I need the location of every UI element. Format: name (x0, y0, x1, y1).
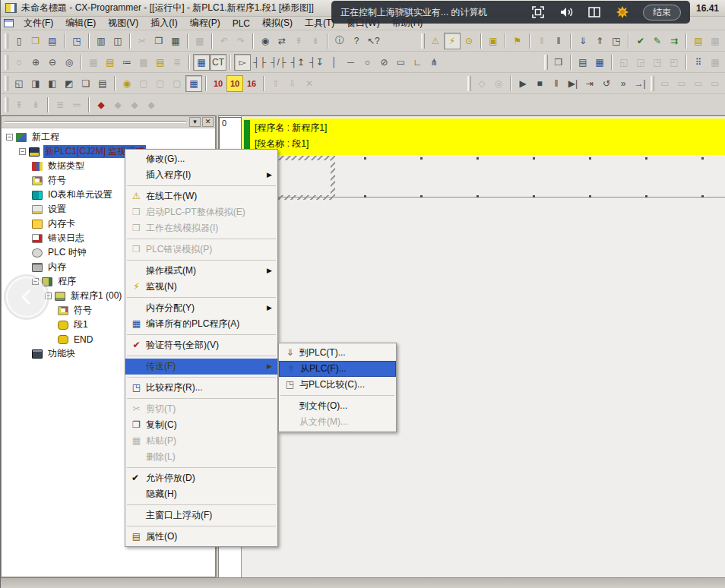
sim-step-in-button[interactable]: ⇥ (581, 75, 598, 92)
zoom-out-button[interactable]: ⊖ (44, 54, 61, 71)
fullscreen-icon[interactable] (530, 5, 546, 20)
menu-item-start-plc-pt-simulation[interactable]: 启动PLC-PT整体模拟(E)❒ (125, 204, 277, 220)
sim-step-out-button[interactable]: » (615, 75, 632, 92)
new-closed-contact-button[interactable]: ┤/├ (268, 54, 288, 71)
compare-programs-button[interactable]: ◳ (68, 33, 85, 49)
find-in-project-button[interactable]: ◉ (119, 75, 135, 92)
sidebar-back-overlay[interactable] (6, 277, 47, 318)
help-button[interactable]: ? (348, 33, 365, 49)
menu-item-cut[interactable]: 剪切(T)✂ (125, 401, 277, 417)
force-off-button[interactable]: ⇩ (284, 75, 301, 92)
compile-all-button[interactable]: ▦ (591, 54, 608, 71)
invert-button[interactable]: ∟ (409, 54, 426, 71)
menu-item-plc-error-simulation[interactable]: PLC错误模拟(P)❒ (125, 242, 277, 258)
redo-button[interactable]: ↷ (233, 33, 249, 49)
print-preview-button[interactable]: ◫ (109, 33, 126, 49)
sunflower-logo-icon[interactable] (615, 5, 630, 20)
diff-view-button[interactable]: ▩ (135, 54, 152, 71)
menu-item-allow-docking[interactable]: 允许停放(D)✔ (125, 470, 277, 486)
work-online-button[interactable]: ⚠ (427, 33, 444, 49)
select-tool-button[interactable]: ▻ (234, 54, 251, 71)
toolbar-grip[interactable] (5, 55, 8, 70)
menu-item-to-plc[interactable]: 到PLC(T)...⇓ (279, 345, 396, 361)
toolbar-grip[interactable] (5, 97, 8, 112)
menu-item-to-file[interactable]: 到文件(O)... (279, 398, 396, 414)
menu-item-work-online[interactable]: 在线工作(W)⚠ (125, 188, 277, 204)
toolbar-grip[interactable] (651, 76, 654, 91)
force-status-button[interactable]: ⚑ (509, 33, 526, 49)
clock-pulse-view-button[interactable]: CT (210, 54, 226, 71)
online-edit-button[interactable]: ✎ (649, 33, 666, 49)
tree-expander-icon[interactable]: − (6, 134, 13, 141)
menu-item-float-on-main-window[interactable]: 主窗口上浮动(F) (125, 507, 277, 523)
sim-run-button[interactable]: ▶ (514, 75, 531, 92)
align-comments-button[interactable]: ≣ (52, 96, 68, 113)
tree-item-label[interactable]: END (72, 334, 94, 345)
trace-tool-3-button[interactable]: ▢ (169, 75, 185, 92)
open-file-button[interactable]: ❒ (27, 33, 44, 49)
tree-expander-icon[interactable]: − (19, 148, 26, 155)
end-session-button[interactable]: 结束 (643, 5, 681, 21)
trace-tool-2-button[interactable]: ▢ (152, 75, 169, 92)
tree-item-label[interactable]: 设置 (46, 203, 68, 216)
tree-item-label[interactable]: 数据类型 (46, 160, 86, 172)
pause-small-button[interactable]: ‖ (533, 33, 550, 49)
find-button[interactable]: ◉ (257, 33, 274, 49)
sim-pause-button[interactable]: ‖ (548, 75, 565, 92)
branch-button[interactable]: ⋔ (426, 54, 442, 71)
menu-plc[interactable]: PLC (227, 17, 255, 30)
menu-item-delete[interactable]: 删除(L) (125, 449, 277, 465)
about-button[interactable]: ⓘ (331, 33, 348, 49)
toolbar-grip[interactable] (467, 76, 471, 91)
diff-mark-1-button[interactable]: ◆ (93, 96, 109, 113)
menu-item-paste[interactable]: 粘贴(P)▦ (125, 433, 277, 449)
sim-stop-button[interactable]: ■ (531, 75, 548, 92)
address-reference-button[interactable]: ▤ (152, 54, 169, 71)
paste-button[interactable]: ▦ (167, 33, 184, 49)
workspace-drag-handle[interactable] (5, 121, 186, 123)
menu-item-monitor[interactable]: 监视(N)⚡ (125, 279, 277, 295)
io-table-button[interactable]: ▤ (690, 33, 707, 49)
menu-item-copy[interactable]: 复制(C)❐ (125, 417, 277, 433)
new-contact-button[interactable]: ┤├ (251, 54, 268, 71)
diff-mark-3-button[interactable]: ◆ (126, 96, 143, 113)
send-online-edit-button[interactable]: ⇉ (666, 33, 682, 49)
menu-item-transfer[interactable]: 传送(F)▶ (125, 359, 277, 375)
sim-step-run-button[interactable]: ▶| (565, 75, 581, 92)
show-grid-button[interactable]: ▦ (85, 54, 102, 71)
program-check-button[interactable]: ✔ (632, 33, 649, 49)
menu-item-modify[interactable]: 修改(G)... (125, 151, 277, 167)
speaker-icon[interactable] (559, 5, 574, 20)
menu-item-compare-with-plc[interactable]: 与PLC比较(C)...◳ (279, 377, 396, 393)
copy-button[interactable]: ❐ (150, 33, 167, 49)
tree-item-label[interactable]: 段1 (72, 318, 90, 331)
sim-step-over-button[interactable]: ↺ (598, 75, 615, 92)
watch-pane-1-button[interactable]: ▭ (657, 75, 673, 92)
tree-item-label[interactable]: 符号 (72, 304, 93, 317)
watch-pane-4-button[interactable]: ▭ (707, 75, 723, 92)
watch-pane-3-button[interactable]: ▭ (690, 75, 707, 92)
tree-item-label[interactable]: IO表和单元设置 (46, 188, 114, 201)
rung-down-button[interactable]: ⇟ (27, 96, 44, 113)
find-next-button[interactable]: ⇟ (307, 33, 324, 49)
watch-list-button[interactable]: ≔ (119, 54, 135, 71)
tree-item-label[interactable]: 内存 (46, 261, 68, 273)
show-rung-comments-button[interactable]: ◧ (44, 75, 61, 92)
context-help-button[interactable]: ↖? (365, 33, 382, 49)
toolbar-grip[interactable] (5, 76, 8, 91)
new-file-button[interactable]: ▯ (11, 33, 27, 49)
trace-tool-1-button[interactable]: ▢ (135, 75, 152, 92)
find-previous-button[interactable]: ⇞ (290, 33, 307, 49)
menu-item-insert-program[interactable]: 插入程序(I)▶ (125, 167, 277, 183)
tree-item-label[interactable]: 新工程 (30, 131, 61, 144)
watch-window-c-button[interactable]: ◳ (649, 54, 666, 71)
rung-up-button[interactable]: ⇞ (11, 96, 27, 113)
pause-with-sampling-button[interactable]: ▣ (485, 33, 502, 49)
zoom-100-button[interactable]: ◎ (61, 54, 78, 71)
transfer-from-plc-button[interactable]: ⇑ (591, 33, 608, 49)
new-coil-button[interactable]: ○ (359, 54, 375, 71)
monitor-mode-button[interactable]: ⚡ (444, 33, 461, 49)
pause-button[interactable]: ‖ (550, 33, 567, 49)
print-button[interactable]: ▥ (93, 33, 109, 49)
menu-item-memory-allocation[interactable]: 内存分配(Y)▶ (125, 300, 277, 316)
